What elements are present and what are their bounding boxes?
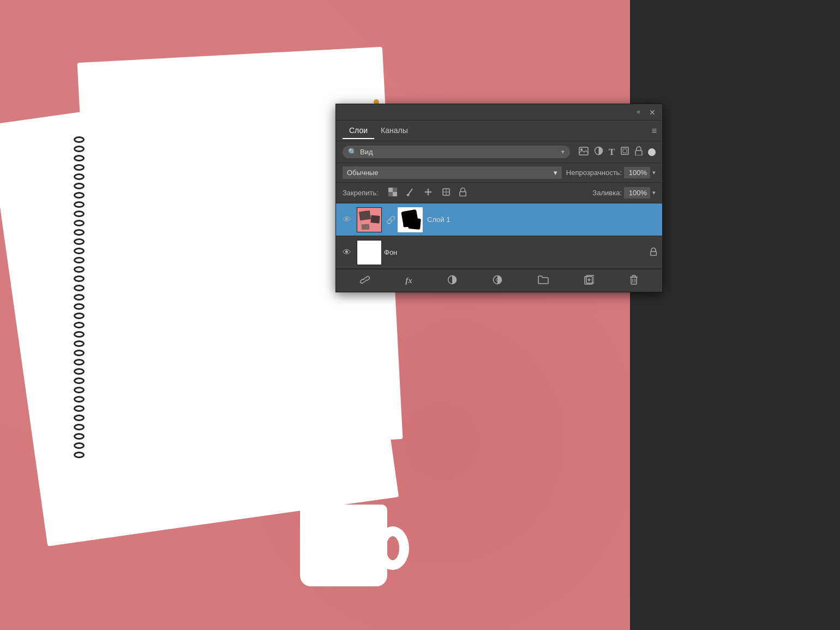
transform-filter-icon[interactable] (620, 146, 629, 158)
blend-mode-arrow: ▾ (554, 169, 557, 177)
layer-thumbnail (357, 240, 382, 265)
svg-rect-8 (393, 188, 397, 192)
link-layers-icon[interactable] (357, 273, 373, 289)
svg-marker-14 (424, 191, 427, 193)
search-row: 🔍 Вид ▾ T (336, 141, 662, 163)
layer-row[interactable]: 👁 🔗 Слой 1 (336, 203, 662, 236)
svg-point-11 (406, 194, 409, 196)
panel-tabs: Слои Каналы ≡ (336, 121, 662, 141)
svg-rect-9 (388, 192, 393, 196)
new-layer-icon[interactable] (581, 273, 597, 289)
delete-layer-icon[interactable] (627, 273, 641, 289)
opacity-label: Непрозрачность: (566, 169, 622, 177)
layer-thumbnail (357, 207, 382, 232)
panel-titlebar: « ✕ (336, 104, 662, 121)
layer-list: 👁 🔗 Слой 1 👁 Фон (336, 203, 662, 269)
lock-transform-icon[interactable] (440, 187, 453, 199)
group-layers-icon[interactable] (535, 274, 551, 288)
search-text: Вид (360, 148, 558, 156)
fill-arrow[interactable]: ▾ (652, 189, 656, 196)
svg-rect-4 (623, 149, 627, 153)
svg-marker-13 (427, 194, 429, 196)
lock-move-icon[interactable] (421, 186, 435, 200)
lock-label: Закрепить: (343, 189, 379, 197)
svg-rect-5 (635, 151, 642, 155)
fill-label: Заливка: (592, 189, 622, 197)
panel-close-button[interactable]: ✕ (647, 107, 658, 118)
layer-mask-thumbnail (398, 207, 423, 232)
opacity-section: Непрозрачность: 100% ▾ (566, 167, 656, 178)
svg-rect-6 (388, 188, 393, 192)
circle-half-filter-icon[interactable] (594, 146, 603, 158)
tab-channels[interactable]: Каналы (374, 123, 415, 139)
filter-circle-dot[interactable] (648, 148, 656, 156)
fill-value[interactable]: 100% (624, 187, 650, 199)
spiral-binding (74, 136, 90, 464)
lock-row: Закрепить: (336, 183, 662, 203)
blend-opacity-row: Обычные ▾ Непрозрачность: 100% ▾ (336, 163, 662, 183)
lock-filter-icon[interactable] (635, 146, 643, 158)
fx-icon[interactable]: fx (403, 274, 415, 287)
mask-icon[interactable] (490, 273, 505, 289)
svg-line-10 (409, 189, 412, 194)
layers-panel: « ✕ Слои Каналы ≡ 🔍 Вид ▾ (335, 104, 663, 292)
search-box[interactable]: 🔍 Вид ▾ (343, 146, 570, 158)
svg-rect-21 (651, 251, 657, 256)
filter-icons: T (579, 146, 656, 158)
text-filter-icon[interactable]: T (609, 147, 615, 158)
layer-name: Фон (384, 248, 650, 256)
search-icon: 🔍 (348, 148, 357, 156)
panel-menu-icon[interactable]: ≡ (652, 126, 657, 136)
panel-collapse-button[interactable]: « (634, 107, 643, 118)
svg-point-1 (580, 148, 583, 151)
adjustment-layer-icon[interactable] (445, 273, 460, 289)
opacity-arrow[interactable]: ▾ (652, 169, 656, 176)
svg-marker-12 (427, 188, 429, 190)
blend-mode-label: Обычные (347, 169, 378, 177)
svg-marker-15 (430, 191, 432, 193)
svg-rect-20 (460, 192, 466, 196)
lock-all-icon[interactable] (457, 187, 469, 199)
coffee-cup (289, 477, 409, 586)
layer-lock-icon (650, 248, 657, 257)
layer-visibility-icon[interactable]: 👁 (341, 215, 352, 225)
lock-brush-icon[interactable] (404, 187, 417, 199)
layer-visibility-icon[interactable]: 👁 (341, 248, 352, 257)
panel-bottom-toolbar: fx (336, 269, 662, 292)
cup-body (300, 505, 387, 586)
opacity-value[interactable]: 100% (624, 167, 650, 178)
layer-link-icon[interactable]: 🔗 (386, 215, 395, 224)
search-dropdown-arrow[interactable]: ▾ (561, 148, 565, 155)
lock-checkerboard-icon[interactable] (386, 187, 399, 199)
background-dark (630, 0, 840, 630)
fill-section: Заливка: 100% ▾ (592, 187, 656, 199)
cup-handle (376, 526, 409, 570)
blend-mode-select[interactable]: Обычные ▾ (343, 166, 562, 179)
tab-layers[interactable]: Слои (343, 123, 374, 139)
svg-rect-7 (393, 192, 397, 196)
svg-rect-16 (427, 191, 429, 193)
layer-row[interactable]: 👁 Фон (336, 236, 662, 269)
layer-name: Слой 1 (427, 215, 657, 224)
image-filter-icon[interactable] (579, 147, 589, 158)
svg-rect-3 (621, 147, 628, 154)
